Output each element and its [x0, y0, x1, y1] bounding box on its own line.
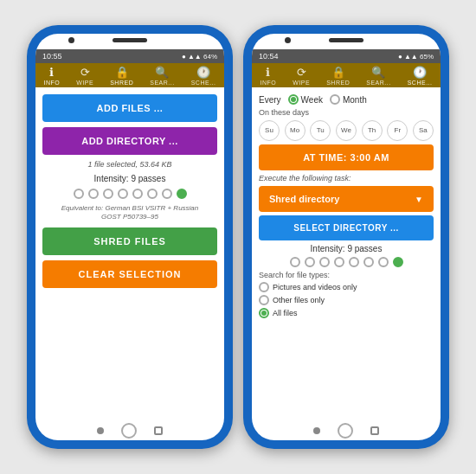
- radio-4[interactable]: [118, 189, 128, 199]
- radio-5[interactable]: [132, 189, 143, 199]
- schedule-section: Every Week Month On these days Su: [259, 94, 434, 318]
- schedule-icon-2: 🕐: [413, 67, 427, 78]
- home-btn-1[interactable]: [121, 423, 137, 439]
- nav-search-1[interactable]: 🔍 SEAR...: [150, 67, 174, 86]
- all-label: All files: [273, 309, 298, 317]
- back-btn-1[interactable]: [97, 427, 104, 434]
- nav-wipe-1[interactable]: ⟳ WIPE: [76, 67, 93, 86]
- nav-label-schedule-2: SCHE...: [408, 80, 433, 86]
- radio-1[interactable]: [74, 189, 84, 199]
- nav-shred-2[interactable]: 🔒 SHRED: [326, 67, 350, 86]
- nav-shred-1[interactable]: 🔒 SHRED: [110, 67, 133, 86]
- phone-2-top: [252, 34, 441, 49]
- nav-info-2[interactable]: ℹ INFO: [261, 67, 277, 86]
- nav-label-search-1: SEAR...: [150, 80, 174, 86]
- p2-radio-2[interactable]: [305, 257, 315, 267]
- nav-label-wipe-2: WIPE: [293, 80, 310, 86]
- week-option[interactable]: Week: [288, 94, 323, 105]
- nav-label-info-1: INFO: [44, 80, 61, 86]
- home-btn-2[interactable]: [338, 423, 353, 439]
- content-1: ADD FILES ... ADD DIRECTORY ... 1 file s…: [35, 87, 224, 425]
- nav-bar-1[interactable]: ℹ INFO ⟳ WIPE 🔒 SHRED 🔍 SEAR... 🕐 S: [35, 63, 224, 87]
- radio-6[interactable]: [147, 189, 158, 199]
- p2-radio-8[interactable]: [393, 257, 403, 267]
- month-option[interactable]: Month: [330, 94, 367, 105]
- intensity-label-1: Intensity: 9 passes: [42, 174, 217, 183]
- day-sa[interactable]: Sa: [413, 120, 434, 141]
- search-for-label: Search for file types:: [259, 271, 434, 279]
- month-radio[interactable]: [330, 94, 340, 105]
- nav-bar-2[interactable]: ℹ INFO ⟳ WIPE 🔒 SHRED 🔍 SEAR... 🕐 S: [252, 63, 441, 87]
- status-bar-1: 10:55 ● ▲▲ 64%: [35, 49, 224, 63]
- wipe-icon-1: ⟳: [80, 67, 90, 78]
- add-directory-button[interactable]: ADD DIRECTORY ...: [42, 127, 217, 155]
- at-time-button[interactable]: AT TIME: 3:00 AM: [259, 144, 434, 170]
- info-icon-2: ℹ: [266, 67, 270, 78]
- dropdown-arrow: ▼: [415, 195, 423, 204]
- radio-2[interactable]: [88, 189, 99, 199]
- day-su[interactable]: Su: [259, 120, 280, 141]
- day-fr[interactable]: Fr: [387, 120, 408, 141]
- status-icons-1: ● ▲▲ 64%: [182, 53, 217, 61]
- nav-search-2[interactable]: 🔍 SEAR...: [366, 67, 390, 86]
- nav-label-info-2: INFO: [261, 80, 277, 86]
- p2-radio-3[interactable]: [319, 257, 330, 267]
- select-dir-button[interactable]: SELECT DIRECTORY ...: [259, 215, 434, 240]
- pictures-label: Pictures and videos only: [273, 283, 357, 291]
- radio-7[interactable]: [162, 189, 172, 199]
- time-2: 10:54: [259, 52, 279, 61]
- radio-3[interactable]: [103, 189, 113, 199]
- search-option-all[interactable]: All files: [259, 308, 434, 318]
- camera: [68, 37, 74, 43]
- nav-label-search-2: SEAR...: [366, 80, 390, 86]
- other-label: Other files only: [273, 296, 325, 304]
- home-bar-2: [252, 425, 441, 440]
- shred-files-button[interactable]: SHRED FILES: [42, 227, 217, 255]
- phone-2: 10:54 ● ▲▲ 65% ℹ INFO ⟳ WIPE 🔒 SHRED 🔍: [243, 25, 449, 449]
- shred-dir-label: Shred directory: [269, 194, 339, 204]
- clear-selection-button[interactable]: CLEAR SELECTION: [42, 260, 217, 288]
- p2-radio-6[interactable]: [363, 257, 374, 267]
- recents-btn-2[interactable]: [370, 426, 379, 435]
- camera-2: [285, 37, 291, 43]
- add-files-button[interactable]: ADD FILES ...: [42, 94, 217, 122]
- day-tu[interactable]: Tu: [310, 120, 331, 141]
- phone-1: 10:55 ● ▲▲ 64% ℹ INFO ⟳ WIPE 🔒 SHRED 🔍: [27, 25, 233, 449]
- time-1: 10:55: [42, 52, 62, 61]
- home-bar-1: [35, 425, 224, 440]
- p2-radio-1[interactable]: [290, 257, 300, 267]
- search-option-other[interactable]: Other files only: [259, 295, 434, 305]
- radio-row-1: [42, 189, 217, 199]
- radio-8[interactable]: [177, 189, 187, 199]
- all-radio[interactable]: [259, 308, 269, 318]
- pictures-radio[interactable]: [259, 282, 269, 292]
- p2-radio-7[interactable]: [378, 257, 389, 267]
- days-row[interactable]: Su Mo Tu We Th Fr Sa: [259, 120, 434, 141]
- nav-label-wipe-1: WIPE: [76, 80, 93, 86]
- search-types: Search for file types: Pictures and vide…: [259, 271, 434, 318]
- p2-radio-5[interactable]: [349, 257, 359, 267]
- search-icon-1: 🔍: [155, 67, 169, 78]
- month-label: Month: [343, 95, 367, 105]
- recents-btn-1[interactable]: [154, 426, 163, 435]
- every-row: Every Week Month: [259, 94, 434, 105]
- phone-1-top: [35, 34, 224, 49]
- shred-icon-2: 🔒: [331, 67, 345, 78]
- back-btn-2[interactable]: [313, 427, 320, 434]
- p2-radio-4[interactable]: [334, 257, 344, 267]
- day-we[interactable]: We: [336, 120, 357, 141]
- info-icon-1: ℹ: [49, 67, 54, 78]
- nav-schedule-2[interactable]: 🕐 SCHE...: [408, 67, 433, 86]
- day-th[interactable]: Th: [362, 120, 383, 141]
- nav-label-shred-2: SHRED: [326, 80, 350, 86]
- other-radio[interactable]: [259, 295, 269, 305]
- nav-wipe-2[interactable]: ⟳ WIPE: [293, 67, 310, 86]
- day-mo[interactable]: Mo: [285, 120, 306, 141]
- nav-info-1[interactable]: ℹ INFO: [44, 67, 61, 86]
- search-option-pictures[interactable]: Pictures and videos only: [259, 282, 434, 292]
- status-bar-2: 10:54 ● ▲▲ 65%: [252, 49, 441, 63]
- week-radio[interactable]: [288, 94, 299, 105]
- equiv-text: Equivalent to: German BSI VSITR + Russia…: [42, 204, 217, 222]
- nav-schedule-1[interactable]: 🕐 SCHE...: [191, 67, 216, 86]
- shred-dir-button[interactable]: Shred directory ▼: [259, 186, 434, 212]
